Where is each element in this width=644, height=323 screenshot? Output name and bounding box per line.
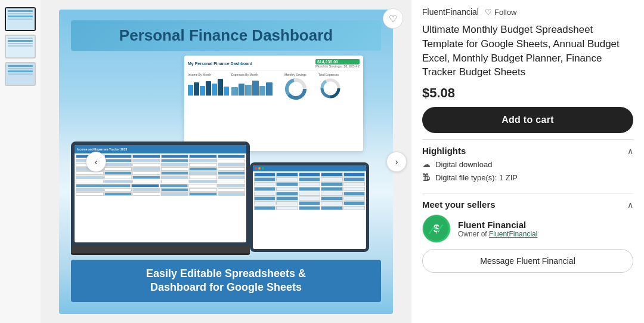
highlights-chevron-icon: ∧ [627,146,633,156]
seller-owner-text: Owner of FluentFinancial [458,230,537,238]
highlights-section: Highlights ∧ ☁ Digital download 🗜 Digita… [422,139,633,187]
dashboard-card: My Personal Finance Dashboard $14,235.00… [184,56,363,151]
meet-sellers-header[interactable]: Meet your sellers ∧ [422,193,633,214]
seller-row: FluentFinancial ♡ Follow [422,7,633,17]
prev-image-button[interactable]: ‹ [86,152,106,172]
thumbnail-list [0,0,41,323]
image-banner-title: Personal Finance Dashboard [71,20,381,51]
product-title: Ultimate Monthly Budget Spreadsheet Temp… [422,23,633,79]
meet-sellers-chevron-icon: ∧ [627,200,633,210]
favorite-button[interactable]: ♡ [383,8,403,29]
thumbnail-2[interactable] [5,35,36,59]
product-price: $5.08 [422,85,633,101]
highlight-text-1: Digital download [435,160,492,169]
devices-showcase: My Personal Finance Dashboard $14,235.00… [71,56,381,255]
message-seller-button[interactable]: Message Fluent Financial [422,249,633,273]
product-details-panel: FluentFinancial ♡ Follow Ultimate Monthl… [411,0,644,323]
highlight-item-2: 🗜 Digital file type(s): 1 ZIP [422,173,633,182]
highlight-item-1: ☁ Digital download [422,159,633,169]
highlight-text-2: Digital file type(s): 1 ZIP [435,173,518,182]
seller-info: Fluent Financial Owner of FluentFinancia… [458,220,537,238]
avatar: $ [422,214,451,243]
thumbnail-1[interactable] [5,7,36,31]
image-bottom-banner: Easily Editable Spreadsheets & Dashboard… [71,260,381,302]
tablet-mock [250,162,369,252]
highlights-list: ☁ Digital download 🗜 Digital file type(s… [422,159,633,187]
upload-cloud-icon: ☁ [422,159,431,169]
file-zip-icon: 🗜 [422,173,431,182]
seller-profile-row: $ Fluent Financial Owner of FluentFinanc… [422,214,633,243]
follow-button[interactable]: ♡ Follow [485,8,517,17]
heart-outline-icon: ♡ [485,8,492,17]
meet-sellers-title: Meet your sellers [422,199,496,210]
seller-owner-link[interactable]: FluentFinancial [489,230,537,238]
highlights-header[interactable]: Highlights ∧ [422,139,633,159]
thumbnail-3[interactable] [5,62,36,86]
highlights-title: Highlights [422,146,466,156]
main-image: Personal Finance Dashboard My Personal F… [41,0,411,323]
seller-name[interactable]: FluentFinancial [422,7,479,17]
next-image-button[interactable]: › [386,152,407,172]
meet-sellers-section: Meet your sellers ∧ $ Fluent Financial O… [422,193,633,273]
seller-display-name: Fluent Financial [458,220,537,230]
product-image-panel: Personal Finance Dashboard My Personal F… [0,0,411,323]
add-to-cart-button[interactable]: Add to cart [422,107,633,133]
